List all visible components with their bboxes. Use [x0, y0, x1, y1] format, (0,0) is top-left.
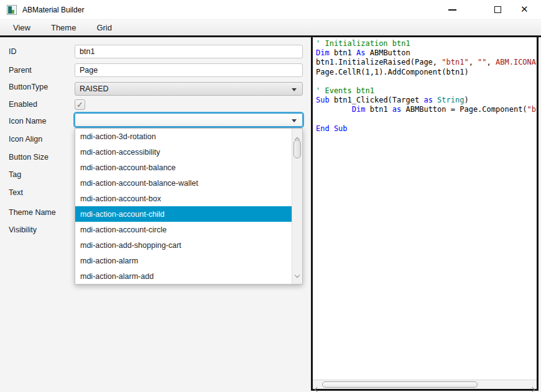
title-bar: ABMaterial Builder ✕ — [0, 0, 541, 20]
form-label-theme-name: Theme Name — [9, 208, 56, 217]
form-label-button-size: Button Size — [9, 153, 49, 162]
code-line: ' Initialization btn1 — [316, 39, 537, 48]
menu-theme[interactable]: Theme — [49, 22, 78, 34]
form-label-id: ID — [9, 47, 17, 56]
form-label-visibility: Visibility — [9, 226, 37, 234]
list-item[interactable]: mdi-action-account-circle — [75, 222, 292, 237]
chevron-down-icon — [292, 88, 297, 91]
list-item[interactable]: mdi-action-accessibility — [75, 144, 292, 160]
form-label-parent: Parent — [9, 66, 32, 75]
code-line — [316, 115, 537, 124]
code-scrollbar-thumb[interactable] — [322, 381, 478, 388]
icon-name-dropdown: mdi-action-3d-rotationmdi-action-accessi… — [75, 128, 303, 285]
dropdown-scrollbar-thumb[interactable] — [294, 140, 301, 158]
scroll-left-icon[interactable] — [315, 383, 319, 392]
scroll-right-icon[interactable] — [530, 383, 534, 392]
buttontype-select[interactable]: RAISED — [75, 82, 303, 96]
icon-name-options: mdi-action-3d-rotationmdi-action-accessi… — [75, 129, 292, 284]
form-label-text: Text — [9, 188, 23, 197]
app-icon — [7, 5, 17, 15]
form-label-tag: Tag — [9, 170, 21, 179]
icon-name-select[interactable] — [75, 113, 303, 127]
minimize-button[interactable] — [438, 0, 466, 20]
scroll-down-icon[interactable] — [295, 268, 299, 280]
list-item[interactable]: mdi-action-account-box — [75, 191, 292, 206]
code-line: Dim btn1 as ABMButton = Page.Component("… — [316, 105, 537, 114]
menu-grid[interactable]: Grid — [95, 22, 114, 34]
id-field[interactable] — [75, 45, 303, 58]
minimize-icon — [448, 9, 456, 11]
code-line: Page.CellR(1,1).AddComponent(btn1) — [316, 68, 537, 77]
parent-field[interactable] — [75, 63, 303, 77]
code-line — [316, 77, 537, 86]
code-panel: ' Initialization btn1Dim btn1 As ABMButt… — [311, 35, 539, 391]
list-item[interactable]: mdi-action-account-child — [75, 206, 292, 222]
code-line: Sub btn1_Clicked(Target as String) — [316, 96, 537, 105]
list-item[interactable]: mdi-action-3d-rotation — [75, 129, 292, 144]
check-icon: ✓ — [76, 101, 83, 109]
chevron-down-icon — [292, 119, 297, 122]
form-label-enabled: Enabled — [9, 100, 37, 109]
generated-code-view[interactable]: ' Initialization btn1Dim btn1 As ABMButt… — [313, 37, 537, 380]
dropdown-scrollbar[interactable] — [292, 129, 302, 284]
window-title: ABMaterial Builder — [22, 6, 84, 14]
maximize-button[interactable] — [484, 0, 512, 20]
code-line: Dim btn1 As ABMButton — [316, 48, 537, 58]
menu-bar: View Theme Grid — [0, 20, 541, 35]
close-icon: ✕ — [520, 4, 529, 15]
maximize-icon — [494, 6, 501, 13]
form-label-icon-align: Icon Align — [9, 135, 42, 144]
code-line: btn1.InitializeRaised(Page, "btn1", "", … — [316, 58, 537, 67]
enabled-checkbox[interactable]: ✓ — [75, 99, 85, 110]
code-line: ' Events btn1 — [316, 86, 537, 96]
close-button[interactable]: ✕ — [512, 0, 540, 20]
code-line: End Sub — [316, 124, 537, 134]
form-label-icon-name: Icon Name — [9, 117, 46, 125]
form-label-buttontype: ButtonType — [9, 83, 48, 91]
menu-view[interactable]: View — [11, 22, 32, 34]
buttontype-value: RAISED — [80, 84, 109, 93]
list-item[interactable]: mdi-action-alarm-add — [75, 268, 292, 284]
list-item[interactable]: mdi-action-alarm — [75, 253, 292, 268]
abmaterial-builder-window: { "window": { "title": "ABMaterial Build… — [0, 0, 541, 392]
code-horizontal-scrollbar[interactable] — [313, 380, 537, 389]
list-item[interactable]: mdi-action-account-balance-wallet — [75, 175, 292, 191]
list-item[interactable]: mdi-action-account-balance — [75, 160, 292, 175]
list-item[interactable]: mdi-action-add-shopping-cart — [75, 237, 292, 253]
